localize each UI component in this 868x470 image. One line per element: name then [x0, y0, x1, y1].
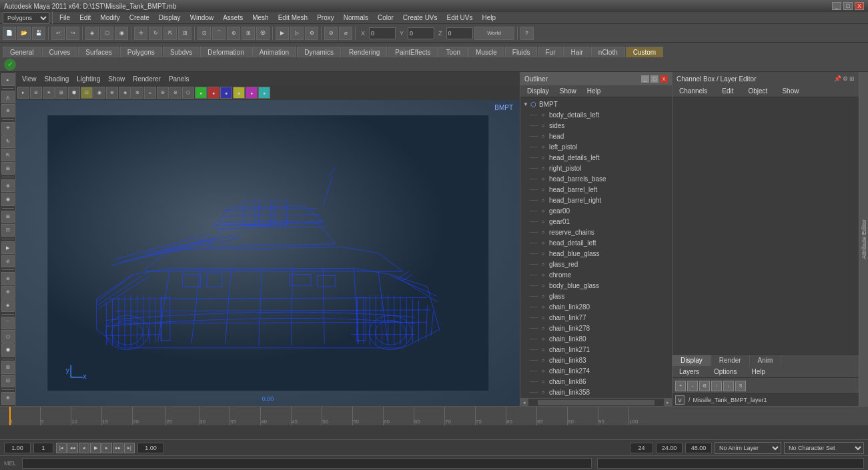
misc-btn[interactable]: ⊕: [1, 392, 15, 405]
vp-light2-btn[interactable]: ◈: [119, 87, 131, 99]
menu-edit-mesh[interactable]: Edit Mesh: [274, 13, 312, 22]
tree-item-left_pistol[interactable]: —— ○ left_pistol: [520, 141, 672, 152]
tab-ncloth[interactable]: nCloth: [591, 47, 625, 57]
character-set-select[interactable]: No Character Set: [784, 442, 864, 454]
tree-item-chain_link358[interactable]: —— ○ chain_link358: [520, 387, 672, 397]
tab-hair[interactable]: Hair: [563, 47, 590, 57]
polygon-selector[interactable]: Polygons: [3, 12, 49, 24]
render-btn[interactable]: ▶: [276, 27, 289, 40]
tab-dynamics[interactable]: Dynamics: [297, 47, 341, 57]
vp-light-btn[interactable]: ☀: [43, 87, 55, 99]
next-key-btn[interactable]: ▸▸: [113, 443, 123, 453]
vp-frame-btn[interactable]: ⬡: [182, 87, 194, 99]
tree-item-glass_red[interactable]: —— ○ glass_red: [520, 259, 672, 269]
channel-expand-icon[interactable]: ⊞: [849, 75, 855, 82]
vp-xray-btn[interactable]: ⊚: [157, 87, 169, 99]
tree-item-right_pistol[interactable]: —— ○ right_pistol: [520, 163, 672, 173]
camera-btn[interactable]: ⊘: [1, 255, 15, 267]
tab-surfaces[interactable]: Surfaces: [78, 47, 119, 57]
joint-btn[interactable]: ◈: [1, 299, 15, 312]
tree-item-chain_link83[interactable]: —— ○ chain_link83: [520, 355, 672, 365]
tab-deformation[interactable]: Deformation: [200, 47, 251, 57]
vp-fog-btn[interactable]: ≈: [144, 87, 156, 99]
select-tool-btn[interactable]: ▸: [1, 73, 15, 86]
tree-item-glass[interactable]: —— ○ glass: [520, 291, 672, 301]
layer-move-btn[interactable]: ↑: [711, 381, 722, 391]
tree-item-body_blue_glass[interactable]: —— ○ body_blue_glass: [520, 280, 672, 291]
scroll-left-btn[interactable]: ◂: [520, 399, 528, 407]
create-layer-btn[interactable]: +: [675, 381, 686, 391]
minimize-button[interactable]: _: [832, 2, 841, 10]
coord-x-input[interactable]: [369, 27, 396, 39]
go-start-btn[interactable]: |◂: [56, 443, 67, 453]
outliner-maximize-btn[interactable]: □: [650, 75, 659, 83]
tab-fur[interactable]: Fur: [538, 47, 562, 57]
poly-btn[interactable]: ⬢: [1, 343, 15, 356]
range-end2-field[interactable]: [685, 443, 712, 453]
tree-item-head_details_left[interactable]: —— ○ head_details_left: [520, 152, 672, 163]
tree-item-head_barrel_right[interactable]: —— ○ head_barrel_right: [520, 195, 672, 205]
new-btn[interactable]: 📄: [3, 27, 16, 40]
tree-item-reserve_chains[interactable]: —— ○ reserve_chains: [520, 227, 672, 237]
vp-menu-panels[interactable]: Panels: [165, 75, 193, 83]
coord-z-input[interactable]: [446, 27, 473, 39]
vp-color1-btn[interactable]: ●: [195, 87, 207, 99]
outliner-minimize-btn[interactable]: _: [641, 75, 649, 83]
start-frame-field[interactable]: [4, 443, 31, 453]
snap-grid-btn[interactable]: ⊡: [197, 27, 211, 40]
snap-live-btn[interactable]: ⦿: [256, 27, 270, 40]
outliner-close-btn[interactable]: X: [660, 75, 668, 83]
scroll-right-btn[interactable]: ▸: [664, 399, 672, 407]
channel-gear-icon[interactable]: ⚙: [843, 75, 848, 82]
outliner-menu-display[interactable]: Display: [523, 87, 553, 95]
layer-attr-btn[interactable]: ⚙: [699, 381, 710, 391]
coord-mode[interactable]: World: [474, 27, 514, 40]
channel-tab-anim[interactable]: Anim: [750, 355, 782, 366]
tab-animation[interactable]: Animation: [252, 47, 296, 57]
tree-item-chain_link274[interactable]: —— ○ chain_link274: [520, 365, 672, 376]
vp-color5-btn[interactable]: ●: [246, 87, 258, 99]
scale-tool-btn[interactable]: ⇱: [1, 149, 15, 161]
tab-custom[interactable]: Custom: [626, 47, 663, 57]
attribute-editor-tab[interactable]: Attribute Editor: [859, 72, 868, 406]
move-tool-btn[interactable]: ✛: [1, 122, 15, 135]
next-frame-btn[interactable]: ▸: [101, 443, 112, 453]
tree-item-chain_link77[interactable]: —— ○ chain_link77: [520, 312, 672, 323]
layer-select-btn[interactable]: S: [735, 381, 746, 391]
tree-item-chrome[interactable]: —— ○ chrome: [520, 269, 672, 280]
menu-modify[interactable]: Modify: [96, 13, 123, 22]
playhead[interactable]: [9, 407, 11, 425]
channel-tab-display[interactable]: Display: [673, 355, 711, 366]
surface-btn[interactable]: ⬡: [1, 330, 15, 343]
channel-menu-edit[interactable]: Edit: [718, 87, 737, 95]
vp-color6-btn[interactable]: ●: [258, 87, 270, 99]
range-end-field[interactable]: [656, 443, 683, 453]
tree-item-gear00[interactable]: —— ○ gear00: [520, 205, 672, 216]
menu-edit-uvs[interactable]: Edit UVs: [443, 13, 477, 22]
vp-menu-lighting[interactable]: Lighting: [73, 75, 103, 83]
render-opts-btn[interactable]: ⚙: [305, 27, 318, 40]
skin-btn[interactable]: ⊕: [1, 286, 15, 299]
select-btn[interactable]: ◈: [85, 27, 99, 40]
snap-point-btn[interactable]: ⊕: [227, 27, 240, 40]
vp-menu-renderer[interactable]: Renderer: [129, 75, 164, 83]
coord-y-input[interactable]: [408, 27, 434, 39]
tree-item-chain_link280[interactable]: —— ○ chain_link280: [520, 301, 672, 312]
menu-assets[interactable]: Assets: [219, 13, 247, 22]
show-curves-btn[interactable]: ⌀: [339, 27, 352, 40]
curve-btn[interactable]: ⌒: [1, 317, 15, 329]
outliner-tree[interactable]: ▼ ⬡ BMPT —— ○ body_details_left —— ○: [520, 97, 672, 398]
channel-menu-object[interactable]: Object: [745, 87, 772, 95]
prev-key-btn[interactable]: ◂◂: [67, 443, 78, 453]
outliner-menu-show[interactable]: Show: [556, 87, 580, 95]
soft-select-btn[interactable]: ⊗: [1, 179, 15, 192]
channel-menu-options[interactable]: Options: [710, 367, 741, 376]
vp-wireframe-btn[interactable]: ⊡: [81, 87, 93, 99]
tab-subdvs[interactable]: Subdvs: [163, 47, 199, 57]
tree-item-head_detail_left[interactable]: —— ○ head_detail_left: [520, 237, 672, 248]
menu-window[interactable]: Window: [186, 13, 218, 22]
paint-select-btn[interactable]: ⊚: [1, 104, 15, 117]
current-frame-field[interactable]: [33, 443, 53, 453]
undo-btn[interactable]: ↩: [51, 27, 65, 40]
tree-item-bmpt[interactable]: ▼ ⬡ BMPT: [520, 99, 672, 109]
